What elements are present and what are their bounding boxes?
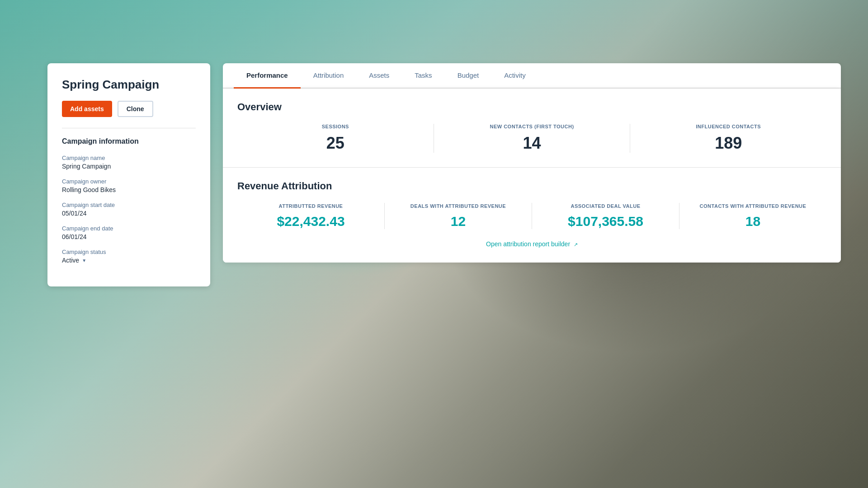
campaign-end-date-field: Campaign end date 06/01/24 xyxy=(62,225,196,240)
sidebar-actions: Add assets Clone xyxy=(62,101,196,117)
deals-attributed-value: 12 xyxy=(394,214,523,229)
contacts-attributed-value: 18 xyxy=(689,214,817,229)
campaign-status-label: Campaign status xyxy=(62,249,196,255)
campaign-end-date-value: 06/01/24 xyxy=(62,233,196,240)
campaign-start-date-field: Campaign start date 05/01/24 xyxy=(62,202,196,217)
chevron-down-icon: ▼ xyxy=(82,258,86,263)
contacts-attributed-metric: CONTACTS WITH ATTRIBUTED REVENUE 18 xyxy=(679,203,826,229)
campaign-title: Spring Campaign xyxy=(62,78,196,92)
tab-assets[interactable]: Assets xyxy=(356,63,402,89)
attributed-revenue-metric: ATTRIBUTTED REVENUE $22,432.43 xyxy=(237,203,385,229)
open-attribution-report-link[interactable]: Open attribution report builder ↗ xyxy=(486,240,578,248)
associated-deal-value-value: $107,365.58 xyxy=(541,214,670,229)
deals-attributed-metric: DEALS WITH ATTRIBUTED REVENUE 12 xyxy=(385,203,532,229)
campaign-status-text: Active xyxy=(62,257,79,264)
new-contacts-metric: NEW CONTACTS (FIRST TOUCH) 14 xyxy=(434,124,631,153)
campaign-name-value: Spring Campaign xyxy=(62,163,196,170)
cards-container: Overview SESSIONS 25 NEW CONTACTS (FIRST… xyxy=(223,89,841,263)
attributed-revenue-value: $22,432.43 xyxy=(246,214,375,229)
influenced-contacts-value: 189 xyxy=(639,134,817,153)
sidebar-card: Spring Campaign Add assets Clone Campaig… xyxy=(47,63,210,286)
tab-attribution[interactable]: Attribution xyxy=(301,63,357,89)
campaign-end-date-label: Campaign end date xyxy=(62,225,196,232)
deals-attributed-label: DEALS WITH ATTRIBUTED REVENUE xyxy=(394,203,523,209)
campaign-name-label: Campaign name xyxy=(62,155,196,161)
campaign-owner-value: Rolling Good Bikes xyxy=(62,186,196,193)
associated-deal-value-label: ASSOCIATED DEAL VALUE xyxy=(541,203,670,209)
influenced-contacts-label: INFLUENCED CONTACTS xyxy=(639,124,817,129)
campaign-start-date-label: Campaign start date xyxy=(62,202,196,208)
campaign-owner-field: Campaign owner Rolling Good Bikes xyxy=(62,178,196,193)
sessions-value: 25 xyxy=(246,134,425,153)
new-contacts-value: 14 xyxy=(443,134,621,153)
influenced-contacts-metric: INFLUENCED CONTACTS 189 xyxy=(630,124,826,153)
revenue-attribution-card: Revenue Attribution ATTRIBUTTED REVENUE … xyxy=(223,168,841,263)
attributed-revenue-label: ATTRIBUTTED REVENUE xyxy=(246,203,375,209)
overview-metrics-row: SESSIONS 25 NEW CONTACTS (FIRST TOUCH) 1… xyxy=(237,124,826,153)
overview-card: Overview SESSIONS 25 NEW CONTACTS (FIRST… xyxy=(223,89,841,168)
tab-budget[interactable]: Budget xyxy=(445,63,492,89)
contacts-attributed-label: CONTACTS WITH ATTRIBUTED REVENUE xyxy=(689,203,817,209)
main-content: Performance Attribution Assets Tasks Bud… xyxy=(210,63,868,488)
tab-performance[interactable]: Performance xyxy=(234,63,301,89)
campaign-status-value[interactable]: Active ▼ xyxy=(62,257,196,264)
clone-button[interactable]: Clone xyxy=(118,101,153,117)
associated-deal-value-metric: ASSOCIATED DEAL VALUE $107,365.58 xyxy=(532,203,679,229)
revenue-attribution-title: Revenue Attribution xyxy=(237,180,826,192)
tab-activity[interactable]: Activity xyxy=(491,63,538,89)
divider xyxy=(62,128,196,128)
campaign-info-section-title: Campaign information xyxy=(62,137,196,145)
external-link-icon: ↗ xyxy=(574,242,578,247)
tab-tasks[interactable]: Tasks xyxy=(402,63,444,89)
campaign-owner-label: Campaign owner xyxy=(62,178,196,185)
revenue-metrics-row: ATTRIBUTTED REVENUE $22,432.43 DEALS WIT… xyxy=(237,203,826,229)
attribution-link-container: Open attribution report builder ↗ xyxy=(237,240,826,248)
campaign-status-field: Campaign status Active ▼ xyxy=(62,249,196,264)
sessions-metric: SESSIONS 25 xyxy=(237,124,434,153)
campaign-start-date-value: 05/01/24 xyxy=(62,210,196,217)
sessions-label: SESSIONS xyxy=(246,124,425,129)
add-assets-button[interactable]: Add assets xyxy=(62,101,112,117)
new-contacts-label: NEW CONTACTS (FIRST TOUCH) xyxy=(443,124,621,129)
campaign-name-field: Campaign name Spring Campaign xyxy=(62,155,196,170)
tabs-container: Performance Attribution Assets Tasks Bud… xyxy=(223,63,841,89)
overview-title: Overview xyxy=(237,101,826,113)
